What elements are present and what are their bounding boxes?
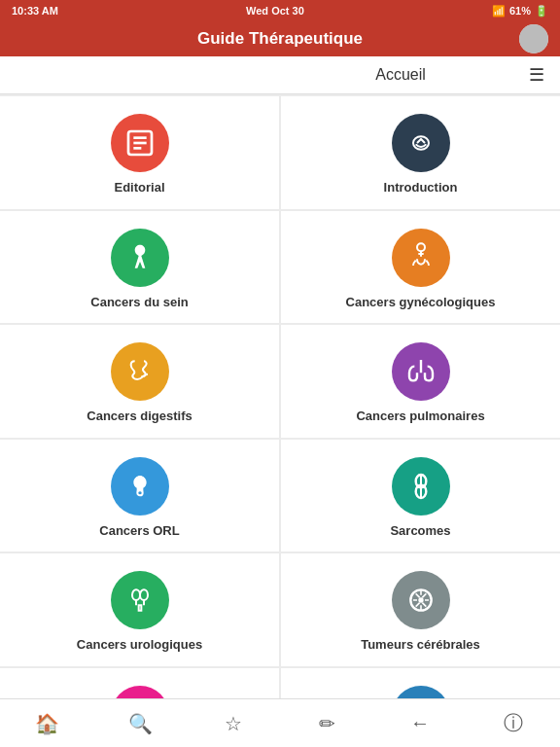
cancers-urologiques-label: Cancers urologiques bbox=[77, 637, 202, 653]
grid-container: EditorialIntroductionCancers du seinCanc… bbox=[0, 94, 560, 698]
battery-icon: 🔋 bbox=[535, 5, 548, 18]
cancers-digestifs-icon bbox=[111, 342, 169, 401]
status-time: 10:33 AM bbox=[12, 5, 58, 17]
header-title: Guide Thérapeutique bbox=[197, 29, 363, 49]
grid-item-sarcomes[interactable]: Sarcomes bbox=[281, 440, 560, 552]
back-tab[interactable]: ← bbox=[373, 712, 467, 734]
cancers-gyneco-label: Cancers gynécologiques bbox=[346, 295, 496, 310]
svg-point-5 bbox=[417, 243, 425, 251]
sarcomes-label: Sarcomes bbox=[390, 523, 450, 539]
home-tab[interactable]: 🏠 bbox=[0, 712, 93, 735]
info-tab[interactable]: ⓘ bbox=[467, 710, 560, 736]
cancers-sein-label: Cancers du sein bbox=[90, 295, 188, 310]
main-grid: EditorialIntroductionCancers du seinCanc… bbox=[0, 96, 560, 698]
svg-point-11 bbox=[132, 590, 140, 601]
soins-support-icon bbox=[392, 686, 450, 698]
bottom-tabs: 🏠🔍☆✏←ⓘ bbox=[0, 698, 560, 747]
app-header: Guide Thérapeutique bbox=[0, 21, 560, 56]
battery-level: 61% bbox=[509, 5, 531, 17]
menu-icon[interactable]: ☰ bbox=[529, 64, 544, 86]
tumeurs-cerebrales-label: Tumeurs cérébrales bbox=[361, 637, 480, 653]
cancers-orl-label: Cancers ORL bbox=[99, 523, 179, 539]
grid-item-soins-support[interactable]: Les soins de support bbox=[281, 668, 560, 698]
grid-item-cancers-cutanes[interactable]: Cancers cutanés bbox=[0, 668, 279, 698]
favorites-tab[interactable]: ☆ bbox=[187, 712, 280, 735]
cancers-cutanes-icon bbox=[111, 686, 169, 698]
grid-item-editorial[interactable]: Editorial bbox=[0, 96, 279, 209]
grid-item-cancers-gyneco[interactable]: Cancers gynécologiques bbox=[281, 211, 560, 324]
grid-item-cancers-orl[interactable]: Cancers ORL bbox=[0, 440, 279, 552]
status-date: Wed Oct 30 bbox=[246, 5, 304, 17]
cancers-digestifs-label: Cancers digestifs bbox=[87, 409, 192, 424]
status-right: 📶 61% 🔋 bbox=[492, 5, 548, 18]
cancers-pulmonaires-icon bbox=[392, 342, 450, 401]
sarcomes-icon bbox=[392, 457, 450, 516]
sub-header: Accueil ☰ bbox=[0, 56, 560, 94]
introduction-icon bbox=[392, 114, 450, 172]
avatar[interactable] bbox=[519, 24, 548, 53]
edit-tab[interactable]: ✏ bbox=[280, 712, 373, 735]
editorial-icon bbox=[111, 114, 169, 172]
grid-item-introduction[interactable]: Introduction bbox=[281, 96, 560, 209]
grid-item-cancers-pulmonaires[interactable]: Cancers pulmonaires bbox=[281, 325, 560, 438]
cancers-urologiques-icon bbox=[111, 571, 169, 629]
svg-point-14 bbox=[418, 598, 423, 603]
grid-item-cancers-digestifs[interactable]: Cancers digestifs bbox=[0, 325, 279, 438]
grid-item-cancers-sein[interactable]: Cancers du sein bbox=[0, 211, 279, 324]
introduction-label: Introduction bbox=[384, 180, 458, 196]
search-tab[interactable]: 🔍 bbox=[93, 712, 187, 735]
status-bar: 10:33 AM Wed Oct 30 📶 61% 🔋 bbox=[0, 0, 560, 21]
editorial-label: Editorial bbox=[114, 180, 164, 196]
cancers-orl-icon bbox=[111, 457, 169, 516]
svg-point-12 bbox=[140, 590, 148, 601]
cancers-gyneco-icon bbox=[392, 229, 450, 287]
cancers-sein-icon bbox=[111, 229, 169, 287]
cancers-pulmonaires-label: Cancers pulmonaires bbox=[356, 409, 484, 424]
grid-item-cancers-urologiques[interactable]: Cancers urologiques bbox=[0, 553, 279, 666]
wifi-icon: 📶 bbox=[492, 5, 506, 18]
page-title: Accueil bbox=[272, 66, 529, 84]
tumeurs-cerebrales-icon bbox=[392, 571, 450, 629]
grid-item-tumeurs-cerebrales[interactable]: Tumeurs cérébrales bbox=[281, 553, 560, 666]
